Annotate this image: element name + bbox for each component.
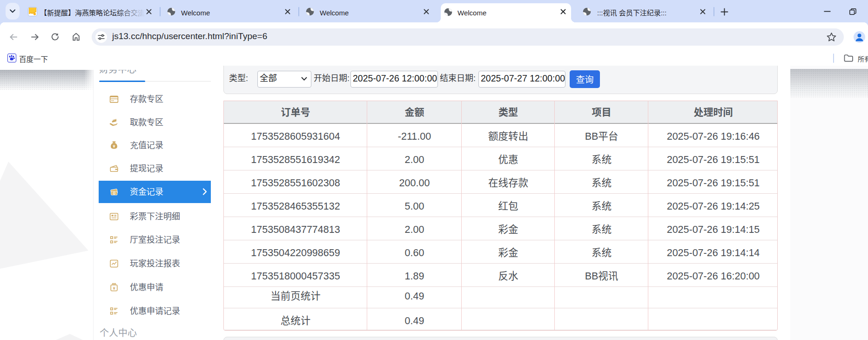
svg-text:¥: ¥ xyxy=(113,286,115,291)
svg-text:¥: ¥ xyxy=(113,144,115,149)
